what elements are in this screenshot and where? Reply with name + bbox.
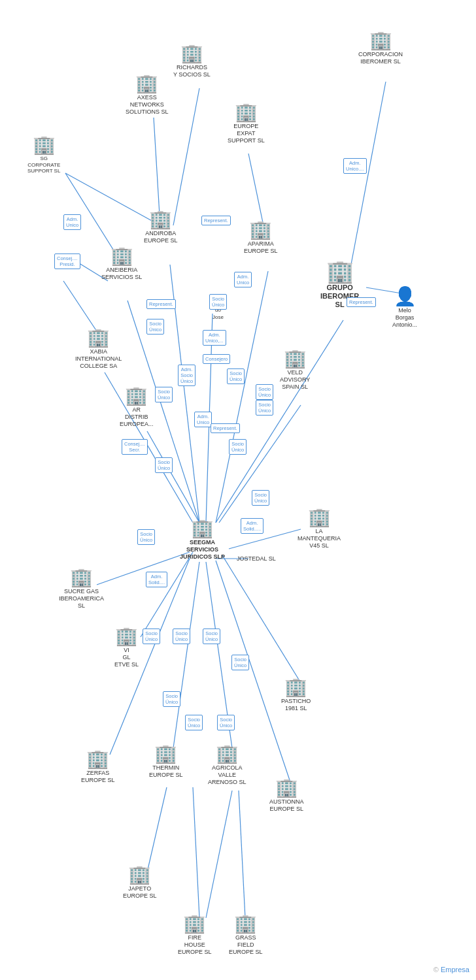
badge-adm-unico-lj[interactable]: Adm.Unico [234,272,252,287]
badge-socio-unico-vi3[interactable]: SocioÚnico [203,629,220,644]
node-veld-advisory: 🏢 VELDADVISORYSPAIN SL [280,350,310,390]
node-label-zerfas: ZERFASEUROPE SL [81,770,115,784]
node-xabia: 🏢 XABIAINTERNATIONALCOLLEGE SA [75,329,122,369]
badge-socio-unico-anei[interactable]: SocioÚnico [146,319,164,335]
node-aneiberia: 🏢 ANEIBERIASERVICIOS SL [101,247,142,281]
node-label-xabia: XABIAINTERNATIONALCOLLEGE SA [75,348,122,369]
svg-line-26 [193,787,199,918]
node-pasticho: 🏢 PASTICHO1981 SL [281,678,311,712]
badge-socio-unico-vi2[interactable]: SocioÚnico [173,629,190,644]
badge-socio-unico-vi[interactable]: SocioÚnico [143,629,160,644]
badge-socio-unico-pas3[interactable]: SocioÚnico [217,715,235,730]
building-icon-andiroba: 🏢 [149,210,172,229]
node-fire-house: 🏢 FIREHOUSEEUROPE SL [178,915,212,955]
connection-lines [0,0,476,980]
node-aparima: 🏢 APARIMAEUROPE SL [244,221,278,255]
badge-socio-unico-lj[interactable]: SocioÚnico [209,294,227,310]
building-icon-la-mantequeria: 🏢 [308,508,331,527]
badge-adm-solid-seegma[interactable]: Adm.Solid.... [146,572,167,587]
node-label-thermin: THERMINEUROPE SL [149,764,183,779]
node-corporacion: 🏢 CORPORACIONIBEROMER SL [358,31,403,65]
node-label-seegma: SEEGMASERVICIOSJURIDICOS SLP [180,539,225,560]
svg-line-11 [147,431,199,523]
node-europe-expat: 🏢 EUROPEEXPATSUPPORT SL [228,103,265,144]
building-icon-europe-expat: 🏢 [235,103,258,122]
svg-line-28 [239,791,245,918]
node-label-sg-corporate: SGCORPORATESUPPORT SL [27,155,60,174]
node-ar-distrib: 🏢 ARDISTRIBEUROPEA... [120,387,154,427]
badge-represent-center[interactable]: Represent. [211,423,240,433]
svg-line-27 [206,791,232,918]
badge-socio-unico-vi4[interactable]: SocioÚnico [231,655,249,670]
node-label-grass-field: GRASSFIELDEUROPE SL [229,934,263,955]
building-icon-veld: 🏢 [284,350,307,368]
badge-adm-solid-top[interactable]: Adm.Solid..... [241,518,264,534]
badge-consej-presid[interactable]: Consej....Presid. [54,253,80,269]
node-label-sucre-gas: SUCRE GASIBEROAMERICASL [59,588,104,609]
node-la-mantequeria: 🏢 LAMANTEQUERIAV45 SL [298,508,341,549]
badge-adm-unico-center[interactable]: Adm.Unico [194,412,212,427]
node-label-europe-expat: EUROPEEXPATSUPPORT SL [228,123,265,144]
badge-socio-unico-pas2[interactable]: SocioÚnico [185,715,203,730]
node-richards: 🏢 RICHARDSY SOCIOS SL [173,44,211,78]
badge-adm-unico-lj2[interactable]: Adm.Unico,... [203,330,226,346]
node-label-melo-borgas: MeloBorgasAntonio... [392,307,417,328]
building-icon-aneiberia: 🏢 [110,247,133,265]
node-seegma: 🏢 SEEGMASERVICIOSJURIDICOS SLP [180,519,225,560]
badge-socio-unico-ar[interactable]: SocioÚnico [155,387,173,402]
building-icon-zerfas: 🏢 [86,750,109,768]
svg-line-18 [97,552,190,585]
badge-adm-unico-corp[interactable]: Adm.Unico.... [343,158,367,174]
building-icon-pasticho: 🏢 [284,678,307,696]
badge-socio-unico-veld[interactable]: SocioÚnico [227,368,245,384]
node-label-andiroba: ANDIROBAEUROPE SL [144,230,178,244]
building-icon-richards: 🏢 [180,44,203,63]
badge-socio-unico-top[interactable]: SocioÚnico [252,490,269,506]
node-label-austionna: AUSTIONNAEUROPE SL [269,798,304,813]
badge-represent-andiroba[interactable]: Represent. [201,216,231,225]
watermark: © Empresa [434,966,469,973]
node-label-fire-house: FIREHOUSEEUROPE SL [178,934,212,955]
building-icon-sg-corporate: 🏢 [33,136,56,154]
badge-represent-anei[interactable]: Represent. [146,299,176,309]
badge-consejero[interactable]: Consejero [203,354,230,364]
badge-adm-socio-ar[interactable]: Adm.SocioÚnico [178,365,196,386]
node-axess: 🏢 AXESSNETWORKSSOLUTIONS SL [126,74,169,115]
building-icon-grupo-iberomer: 🏢 [326,260,354,282]
node-sg-corporate: 🏢 SGCORPORATESUPPORT SL [27,136,60,174]
node-label-japeto: JAPETOEUROPE SL [123,885,157,900]
node-label-veld: VELDADVISORYSPAIN SL [280,369,310,390]
badge-socio-unico-center[interactable]: SocioÚnico [229,439,246,455]
building-icon-axess: 🏢 [135,74,158,93]
building-icon-seegma: 🏢 [191,519,214,538]
node-zerfas: 🏢 ZERFASEUROPE SL [81,750,115,784]
node-andiroba: 🏢 ANDIROBAEUROPE SL [144,210,178,244]
badge-socio-unico-pas[interactable]: SocioÚnico [163,691,180,707]
building-icon-ar-distrib: 🏢 [125,387,148,405]
badge-represent-melo[interactable]: Represent. [347,297,376,307]
building-icon-vi-gl: 🏢 [115,627,138,645]
building-icon-corporacion: 🏢 [369,31,392,50]
building-icon-agricola: 🏢 [216,745,239,763]
badge-socio-unico-veld2[interactable]: SocioÚnico [256,384,273,400]
node-melo-borgas: 👤 MeloBorgasAntonio... [392,287,417,328]
building-icon-xabia: 🏢 [87,329,110,347]
node-label-aneiberia: ANEIBERIASERVICIOS SL [101,267,142,281]
building-icon-thermin: 🏢 [154,745,177,763]
node-label-agricola: AGRICOLAVALLEARENOSO SL [208,764,246,785]
building-icon-fire-house: 🏢 [183,915,206,933]
node-label-axess: AXESSNETWORKSSOLUTIONS SL [126,94,169,115]
badge-consej-secr[interactable]: Consej....Secr. [122,439,148,455]
svg-line-7 [350,82,386,271]
badge-socio-unico-seegma[interactable]: SocioÚnico [137,529,155,545]
svg-line-3 [63,281,98,333]
badge-adm-unico-sg[interactable]: Adm.Unico [63,214,81,230]
badge-socio-unico-veld3[interactable]: SocioÚnico [256,400,273,416]
badge-socio-unico-ar2[interactable]: SocioÚnico [155,457,173,473]
node-label-richards: RICHARDSY SOCIOS SL [173,64,211,78]
node-label-la-mantequeria: LAMANTEQUERIAV45 SL [298,528,341,549]
node-grass-field: 🏢 GRASSFIELDEUROPE SL [229,915,263,955]
node-label-ar-distrib: ARDISTRIBEUROPEA... [120,406,154,427]
node-thermin: 🏢 THERMINEUROPE SL [149,745,183,779]
node-vi-gl: 🏢 VIGLETVE SL [114,627,139,668]
